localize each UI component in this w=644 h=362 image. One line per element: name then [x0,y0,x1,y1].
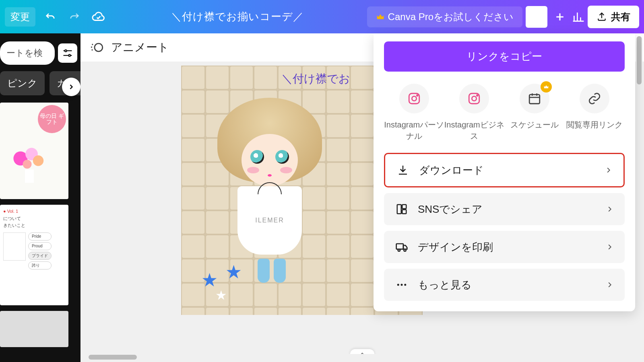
download-action[interactable]: ダウンロード [384,153,625,187]
pro-badge [541,81,552,93]
canvas-headline[interactable]: ＼付け襟でお [281,71,350,86]
share-target-instagram-business[interactable]: Instagramビジネス [444,84,505,142]
chip-scroll-right[interactable] [62,78,80,96]
svg-point-13 [477,95,478,96]
user-avatar[interactable] [526,6,547,28]
svg-point-22 [401,284,403,286]
share-targets-row: Instagramパーソナル Instagramビジネス スケジュール 閲覧専用… [384,84,625,142]
cloud-sync-icon[interactable] [89,8,108,26]
instagram-icon [467,92,481,105]
grid-icon [396,203,408,215]
undo-button[interactable] [41,8,60,26]
template-badge: 母の日 ギフト [38,105,66,133]
svg-rect-16 [402,205,406,209]
dots-icon [396,279,408,291]
chevron-right-icon [605,205,614,214]
print-action[interactable]: デザインを印刷 [384,231,625,263]
download-icon [397,164,409,176]
animate-button[interactable]: アニメート [111,40,169,55]
top-toolbar: 変更 ＼付け襟でお揃いコーデ／ Canva Proをお試しください 共有 [0,0,644,33]
star-sticker[interactable]: ★ [215,288,227,303]
vertical-scrollbar[interactable] [636,36,642,354]
sns-share-action[interactable]: SNSでシェア [384,193,625,225]
filter-chip[interactable]: ピンク [0,71,45,95]
calendar-icon [528,92,541,105]
share-target-view-link[interactable]: 閲覧専用リンク [565,84,625,142]
share-button[interactable]: 共有 [588,6,639,28]
svg-point-9 [412,96,416,101]
templates-sidebar: ートを検 ピンク カレ 母の日 ギフト ● Vol. 1 についてきたいこと P… [0,33,80,362]
resize-button[interactable]: 変更 [5,7,35,27]
canva-pro-button[interactable]: Canva Proをお試しください [367,6,522,27]
chevron-right-icon [67,83,75,91]
more-action[interactable]: もっと見る [384,269,625,301]
link-icon [588,92,601,105]
share-target-instagram-personal[interactable]: Instagramパーソナル [384,84,444,142]
insights-button[interactable] [569,8,588,26]
svg-rect-14 [529,95,540,104]
svg-point-19 [398,249,400,251]
crown-icon [376,12,385,21]
share-target-schedule[interactable]: スケジュール [504,84,565,142]
svg-rect-17 [402,210,406,214]
svg-point-7 [95,43,103,51]
template-thumbnail[interactable] [0,311,68,347]
svg-point-5 [33,155,43,166]
svg-point-1 [68,55,70,57]
svg-point-20 [404,249,406,251]
redo-button[interactable] [65,8,84,26]
truck-icon [395,241,408,253]
svg-point-23 [404,284,406,286]
chevron-right-icon [605,280,614,289]
instagram-icon [407,92,421,105]
svg-rect-18 [396,244,403,249]
svg-rect-2 [25,170,34,183]
horizontal-scrollbar[interactable] [85,354,635,360]
design-title[interactable]: ＼付け襟でお揃いコーデ／ [108,10,367,24]
chevron-right-icon [605,243,614,251]
doll-image[interactable]: ILEMER [217,98,322,275]
share-panel: リンクをコピー Instagramパーソナル Instagramビジネス スケジ… [374,33,635,311]
animate-icon [90,40,105,55]
search-filters-button[interactable] [58,43,77,63]
svg-point-21 [397,284,399,286]
upload-icon [597,12,607,22]
add-member-button[interactable] [551,8,569,26]
sliders-icon [62,47,73,59]
chevron-right-icon [604,166,613,175]
svg-point-6 [23,160,32,169]
svg-point-10 [417,95,418,96]
search-input[interactable]: ートを検 [0,41,55,65]
star-sticker[interactable]: ★ [225,261,242,283]
template-thumbnail[interactable]: ● Vol. 1 についてきたいこと Pride Proud プライド 誇り [0,205,68,305]
template-thumbnail[interactable]: 母の日 ギフト [0,103,68,199]
svg-point-0 [65,50,67,52]
svg-rect-15 [397,205,401,214]
svg-point-12 [472,96,477,101]
copy-link-button[interactable]: リンクをコピー [384,41,625,72]
